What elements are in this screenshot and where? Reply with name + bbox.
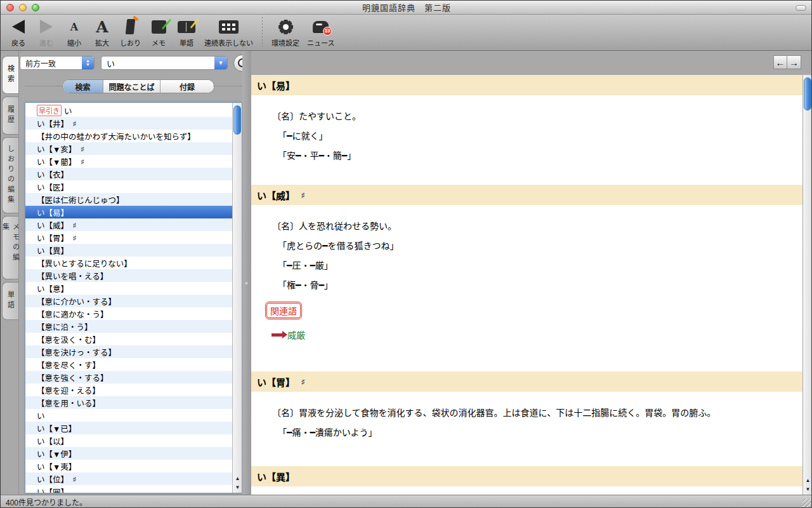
list-item[interactable]: い【▼夷】 (25, 460, 233, 472)
forward-button[interactable]: 進む (32, 16, 60, 48)
list-item[interactable]: 【意を決けっ・する】 (25, 345, 233, 358)
list-scrollbar-thumb[interactable] (233, 105, 241, 135)
content-scroll-down-icon[interactable]: ▼ (803, 485, 812, 493)
list-item[interactable]: 【意に沿・う】 (25, 320, 233, 333)
dictionary-entry: い【易】〔名〕たやすいこと。「━に就く」「安━・平━・簡━」 (251, 75, 802, 185)
accent-marker: ♯ (301, 191, 305, 199)
list-item[interactable]: 【意を用・いる】 (25, 396, 233, 409)
list-item-text: い【▼夷】 (37, 460, 76, 472)
content-scrollbar[interactable]: ▲ ▼ (802, 75, 812, 495)
list-item[interactable]: 【意を尽く・す】 (25, 358, 233, 371)
match-mode-popup[interactable]: 前方一致 ▲▼ (20, 56, 95, 70)
list-scroll-up-icon[interactable]: ▲ (233, 474, 242, 483)
dictionary-entry: い【威】♯〔名〕人を恐れ従わせる勢い。「虎とらの━を借る狐きつね」「━圧・━厳」… (251, 185, 802, 371)
related-word-link[interactable]: 威厳 (287, 328, 305, 341)
pane-splitter[interactable] (242, 51, 251, 495)
next-entry-button[interactable]: → (787, 55, 801, 69)
side-tab-1[interactable]: 検索 (2, 56, 18, 94)
combo-dropdown-button[interactable]: ▼ (214, 57, 227, 69)
list-item[interactable]: 【意を汲く・む】 (25, 333, 233, 345)
list-item[interactable]: い【井】♯ (25, 117, 233, 130)
list-item[interactable]: い (25, 409, 233, 422)
back-icon (12, 20, 25, 34)
accent-marker: ♯ (301, 378, 305, 385)
side-tab-label: 単語 (6, 291, 16, 311)
list-item[interactable]: 【意に適かな・う】 (25, 307, 233, 320)
list-item[interactable]: い【▼已】 (25, 422, 233, 434)
list-item-text: い【威】 (37, 219, 69, 231)
list-item[interactable]: い【易】 (25, 206, 233, 218)
list-item-text: 【意に適かな・う】 (37, 308, 108, 320)
close-button[interactable] (6, 4, 14, 11)
example-text: 「権━・脅━」 (251, 276, 783, 295)
toolbar-button-label: メモ (152, 37, 166, 48)
list-item[interactable]: い【医】 (25, 180, 233, 193)
toolbar-button-label: 戻る (11, 37, 25, 48)
list-item-text: 【医は仁術じんじゅつ】 (37, 194, 124, 206)
word-button[interactable]: 単語 (173, 16, 200, 48)
zoom-out-button[interactable]: A縮小 (60, 16, 88, 48)
list-item[interactable]: い【威】♯ (25, 218, 233, 231)
list-item[interactable]: い【▼藺】♯ (25, 155, 233, 168)
list-item[interactable]: い【異】 (25, 244, 233, 257)
panel-tab-1[interactable]: 検索 (63, 80, 103, 93)
side-tab-5[interactable]: 単語 (2, 282, 18, 320)
list-item[interactable]: い【囲】 (25, 485, 233, 493)
related-arrow-icon (272, 333, 282, 337)
minimize-button[interactable] (19, 4, 27, 11)
content-scroll-up-icon[interactable]: ▲ (803, 476, 812, 485)
zoom-out-icon: A (70, 21, 78, 33)
list-item[interactable]: 【異いとするに足りない】 (25, 257, 233, 269)
list-item[interactable]: い【意】 (25, 282, 233, 295)
list-scroll-down-icon[interactable]: ▼ (233, 483, 242, 491)
side-tab-label: しおりの編集 (6, 145, 16, 206)
work-area: 前方一致 ▲▼ ▼ 検索問題なことば付録 早引きいい【井】♯【井の中の蛙かわず大… (1, 51, 812, 495)
preferences-icon (278, 19, 294, 35)
list-scrollbar[interactable]: ▲ ▼ (232, 103, 242, 493)
news-button[interactable]: 13ニュース (303, 16, 338, 48)
search-bar: 前方一致 ▲▼ ▼ (20, 55, 251, 70)
entry-headword-bar: い【胃】♯ (251, 371, 802, 392)
resize-grip[interactable] (802, 498, 812, 508)
list-item-text: い【衣】 (37, 168, 69, 180)
search-input[interactable] (101, 56, 228, 70)
bookmark-button[interactable]: しおり (116, 16, 145, 48)
list-item[interactable]: い【衣】 (25, 168, 233, 180)
side-tab-3[interactable]: しおりの編集 (2, 137, 18, 213)
panel-tab-2[interactable]: 問題なことば (103, 80, 160, 93)
zoom-button[interactable] (32, 4, 39, 11)
entry-body: 〔名〕たやすいこと。「━に就く」「安━・平━・簡━」 (251, 95, 802, 185)
list-item[interactable]: い【▼亥】♯ (25, 142, 233, 155)
continuous-button[interactable]: 連続表示しない (200, 16, 257, 48)
list-item[interactable]: 【井の中の蛙かわず大海たいかいを知らず】 (25, 130, 233, 142)
toolbar-toggle-button[interactable] (796, 5, 806, 11)
list-item[interactable]: 【医は仁術じんじゅつ】 (25, 193, 233, 206)
list-item[interactable]: 早引きい (25, 104, 233, 117)
memo-button[interactable]: メモ (145, 16, 173, 48)
side-tab-4[interactable]: メモの編集 (2, 216, 18, 279)
list-item[interactable]: い【胃】♯ (25, 231, 233, 244)
list-item[interactable]: 【意を迎・える】 (25, 384, 233, 396)
continuous-icon (219, 20, 239, 34)
zoom-in-button[interactable]: A拡大 (88, 16, 116, 48)
entry-headword-bar: い【威】♯ (251, 185, 802, 205)
dictionary-entry: い【胃】♯〔名〕胃液を分泌して食物を消化する、袋状の消化器官。上は食道に、下は十… (251, 371, 802, 466)
dictionary-entry: い【異】■〔名〕ことなること。また、ことなる意見。 (251, 466, 802, 495)
list-item[interactable]: い【以】 (25, 434, 233, 447)
list-item[interactable]: い【▼伊】 (25, 447, 233, 460)
entry-body: ■〔名〕ことなること。また、ことなる意見。 (251, 486, 802, 495)
list-item[interactable]: 【意を強く・する】 (25, 371, 233, 384)
preferences-button[interactable]: 環境設定 (268, 16, 303, 48)
list-item[interactable]: い【位】♯ (25, 472, 233, 485)
prev-entry-button[interactable]: ← (773, 55, 787, 69)
panel-tab-3[interactable]: 付録 (160, 80, 214, 93)
toolbar-button-label: しおり (120, 37, 141, 48)
list-item[interactable]: 【意に介かい・する】 (25, 295, 233, 307)
content-scrollbar-thumb[interactable] (804, 77, 811, 110)
list-item[interactable]: 【異いを唱・える】 (25, 269, 233, 282)
definition-text: 〔名〕胃液を分泌して食物を消化する、袋状の消化器官。上は食道に、下は十二指腸に続… (251, 403, 783, 423)
fast-lookup-badge: 早引き (37, 105, 62, 116)
back-button[interactable]: 戻る (4, 16, 32, 48)
side-tab-2[interactable]: 履歴 (2, 97, 18, 135)
status-text: 400件見つかりました。 (6, 497, 87, 507)
